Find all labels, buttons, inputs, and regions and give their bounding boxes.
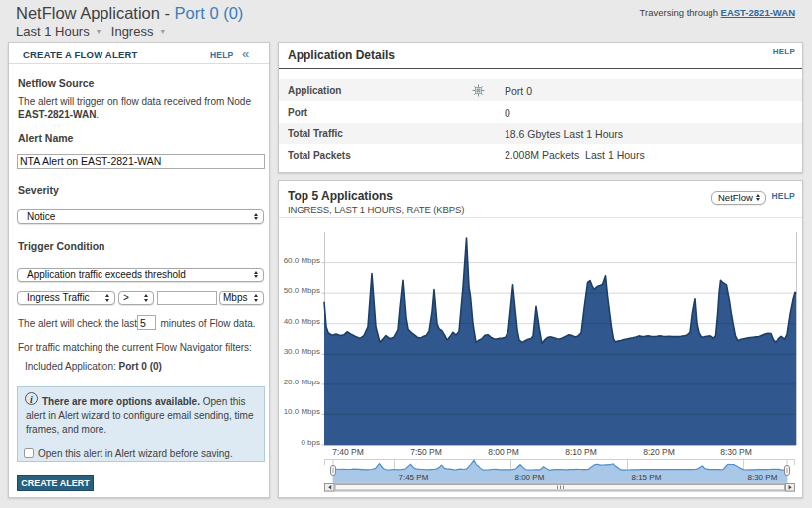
svg-text:7:40 PM: 7:40 PM	[332, 447, 364, 457]
svg-text:0 bps: 0 bps	[301, 438, 320, 447]
svg-text:8:00 PM: 8:00 PM	[515, 473, 545, 482]
svg-text:7:45 PM: 7:45 PM	[399, 473, 429, 482]
svg-text:8:00 PM: 8:00 PM	[488, 447, 519, 457]
svg-text:8:30 PM: 8:30 PM	[748, 473, 778, 482]
svg-text:20.0 Mbps: 20.0 Mbps	[284, 378, 320, 386]
svg-text:60.0 Mbps: 60.0 Mbps	[284, 256, 320, 265]
svg-text:8:15 PM: 8:15 PM	[632, 473, 662, 482]
svg-text:8:20 PM: 8:20 PM	[643, 447, 675, 457]
svg-text:30.0 Mbps: 30.0 Mbps	[284, 347, 320, 356]
svg-text:10.0 Mbps: 10.0 Mbps	[284, 407, 320, 416]
svg-text:8:10 PM: 8:10 PM	[565, 447, 597, 457]
svg-text:40.0 Mbps: 40.0 Mbps	[284, 317, 320, 326]
svg-text:7:50 PM: 7:50 PM	[410, 447, 442, 457]
svg-text:50.0 Mbps: 50.0 Mbps	[284, 286, 320, 295]
svg-text:8:30 PM: 8:30 PM	[720, 447, 752, 457]
